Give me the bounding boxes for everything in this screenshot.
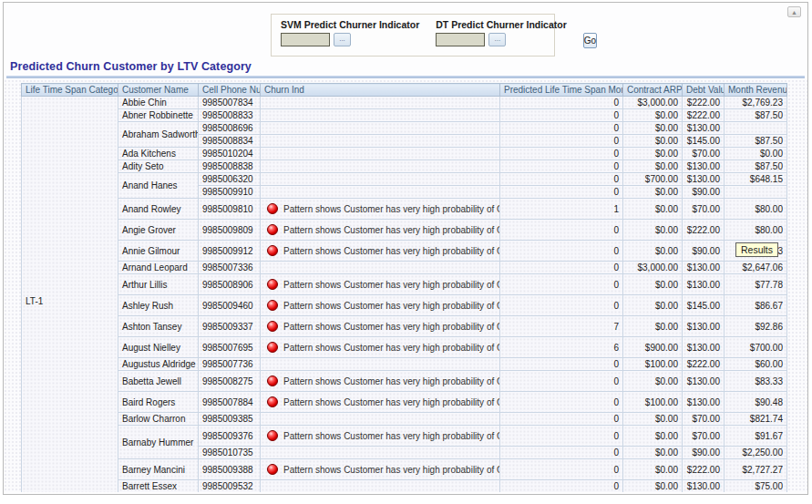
phone-cell: 9985008906: [199, 274, 261, 295]
debt-value-cell: $222.00: [683, 220, 725, 241]
churn-message-text: Pattern shows Customer has very high pro…: [283, 204, 500, 214]
month-revenue-cell: $90.48: [725, 392, 787, 413]
column-header-1[interactable]: Customer Name: [118, 84, 199, 97]
contract-arpu-cell: $0.00: [623, 160, 683, 173]
contract-arpu-cell: $0.00: [623, 316, 683, 337]
column-header-0[interactable]: Life Time Span Category: [22, 84, 118, 97]
contract-arpu-cell: $700.00: [623, 173, 683, 186]
phone-cell: 9985009376: [199, 426, 261, 447]
go-button[interactable]: Go: [583, 33, 597, 48]
contract-arpu-cell: $100.00: [623, 358, 683, 371]
month-revenue-cell: $87.50: [725, 160, 787, 173]
contract-arpu-cell: $0.00: [623, 122, 683, 135]
churn-message-text: Pattern shows Customer has very high pro…: [283, 301, 500, 311]
debt-value-cell: $130.00: [683, 337, 725, 358]
table-row: August Nielley9985007695Pattern shows Cu…: [22, 337, 787, 358]
contract-arpu-cell: $3,000.00: [623, 97, 683, 109]
report-region: Life Time Span CategoryCustomer NameCell…: [4, 79, 807, 492]
month-revenue-cell: $91.67: [725, 426, 787, 447]
debt-value-cell: $222.00: [683, 459, 725, 480]
debt-value-cell: $130.00: [683, 122, 725, 135]
table-row: Anand Rowley9985009810Pattern shows Cust…: [22, 199, 787, 220]
churn-ind-cell: Pattern shows Customer has very high pro…: [261, 199, 500, 220]
dt-predict-input[interactable]: [436, 33, 485, 46]
debt-value-cell: $130.00: [683, 173, 725, 186]
collapse-panel-button[interactable]: ▲: [787, 6, 801, 17]
churn-ind-cell: Pattern shows Customer has very high pro…: [261, 337, 500, 358]
table-row: Barney Mancini9985009388Pattern shows Cu…: [22, 459, 787, 480]
churn-indicator: Pattern shows Customer has very high pro…: [264, 396, 496, 407]
svm-predict-input[interactable]: [281, 33, 330, 46]
churn-ind-cell: [261, 148, 500, 160]
red-ball-icon: [267, 300, 278, 311]
column-header-7[interactable]: Month Revenue: [725, 84, 787, 97]
predicted-months-cell: 0: [500, 186, 623, 199]
table-row: Annie Gilmour9985009912Pattern shows Cus…: [22, 241, 787, 262]
predicted-months-cell: 7: [500, 316, 623, 337]
predict-form: SVM Predict Churner Indicator ... DT Pre…: [271, 14, 555, 57]
churn-ind-cell: [261, 413, 500, 426]
contract-arpu-cell: $0.00: [623, 241, 683, 262]
contract-arpu-cell: $0.00: [623, 480, 683, 493]
month-revenue-cell: $2,647.06: [725, 262, 787, 274]
month-revenue-cell: $821.74: [725, 413, 787, 426]
predicted-months-cell: 0: [500, 426, 623, 447]
predicted-months-cell: 0: [500, 358, 623, 371]
churn-ind-cell: [261, 358, 500, 371]
churn-indicator: Pattern shows Customer has very high pro…: [264, 203, 496, 214]
month-revenue-cell: 3Results: [725, 241, 787, 262]
ltv-category-cell: LT-1: [22, 97, 118, 493]
phone-cell: 9985007736: [199, 358, 261, 371]
churn-ind-cell: [261, 262, 500, 274]
page-title: Predicted Churn Customer by LTV Category: [10, 60, 252, 73]
predicted-months-cell: 0: [500, 122, 623, 135]
predicted-months-cell: 0: [500, 447, 623, 459]
svm-lov-button[interactable]: ...: [334, 33, 351, 46]
debt-value-cell: $222.00: [683, 109, 725, 122]
month-revenue-cell: $2,250.00: [725, 447, 787, 459]
contract-arpu-cell: $0.00: [623, 295, 683, 316]
contract-arpu-cell: $0.00: [623, 220, 683, 241]
churn-indicator: Pattern shows Customer has very high pro…: [264, 464, 496, 475]
phone-cell: 9985009388: [199, 459, 261, 480]
month-revenue-cell: $2,769.23: [725, 97, 787, 109]
chevron-up-icon: ▲: [791, 9, 797, 15]
churn-message-text: Pattern shows Customer has very high pro…: [283, 322, 500, 332]
churn-ind-cell: [261, 109, 500, 122]
contract-arpu-cell: $900.00: [623, 337, 683, 358]
predicted-months-cell: 0: [500, 220, 623, 241]
red-ball-icon: [267, 279, 278, 290]
customer-name-cell: Abraham Sadworth: [118, 122, 199, 148]
month-revenue-cell: $86.67: [725, 295, 787, 316]
dt-lov-button[interactable]: ...: [488, 33, 506, 46]
churn-message-text: Pattern shows Customer has very high pro…: [283, 225, 500, 235]
column-header-3[interactable]: Churn Ind: [261, 84, 500, 97]
phone-cell: 9985010204: [199, 148, 261, 160]
results-tooltip: Results: [735, 242, 778, 257]
dt-predict-label: DT Predict Churner Indicator: [436, 19, 567, 30]
customer-name-cell: Ashley Rush: [118, 295, 199, 316]
table-row: Arthur Lillis9985008906Pattern shows Cus…: [22, 274, 787, 295]
predicted-months-cell: 0: [500, 109, 623, 122]
contract-arpu-cell: $0.00: [623, 447, 683, 459]
churn-ind-cell: [261, 447, 500, 459]
churn-message-text: Pattern shows Customer has very high pro…: [283, 280, 500, 290]
predicted-months-cell: 0: [500, 148, 623, 160]
churn-ind-cell: [261, 135, 500, 148]
column-header-2[interactable]: Cell Phone Number: [199, 84, 261, 97]
churn-ind-cell: [261, 480, 500, 493]
customer-name-cell: Augustus Aldridge: [118, 358, 199, 371]
table-row: Anand Hanes99850063200$700.00$130.00$648…: [22, 173, 787, 186]
column-header-4[interactable]: Predicted Life Time Span Months: [500, 84, 623, 97]
table-row: Ashley Rush9985009460Pattern shows Custo…: [22, 295, 787, 316]
churn-ind-cell: [261, 160, 500, 173]
column-header-5[interactable]: Contract ARPU: [623, 84, 683, 97]
churn-indicator: Pattern shows Customer has very high pro…: [264, 342, 496, 353]
customer-name-cell: Baird Rogers: [118, 392, 199, 413]
red-ball-icon: [267, 203, 278, 214]
customer-name-cell: Annie Gilmour: [118, 241, 199, 262]
month-revenue-cell: [725, 122, 787, 135]
churn-ind-cell: Pattern shows Customer has very high pro…: [261, 426, 500, 447]
column-header-6[interactable]: Debt Value: [683, 84, 725, 97]
table-row: Barnaby Hummer9985009376Pattern shows Cu…: [22, 426, 787, 447]
